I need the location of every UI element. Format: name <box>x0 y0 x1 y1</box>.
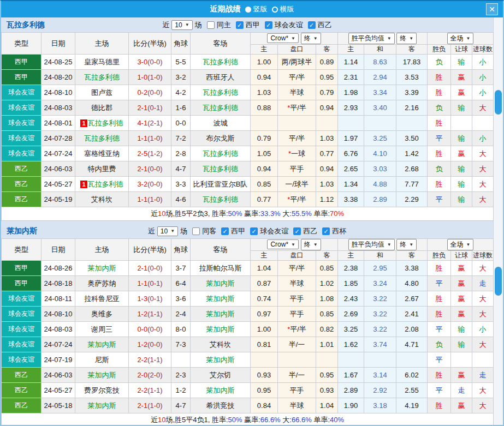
odds-source-select[interactable]: Crow*▼ <box>267 33 299 43</box>
league-checkbox-label[interactable]: 西甲 <box>231 226 245 236</box>
league-badge: 西乙 <box>2 192 41 207</box>
league-checkbox-label[interactable]: 西乙 <box>303 226 317 236</box>
home-team: 瓦拉多利德 <box>75 70 129 85</box>
result-outcome: 平 <box>428 352 451 368</box>
home-odds: 0.88 <box>251 100 278 116</box>
league-checkbox-label[interactable]: 球会友谊 <box>260 226 288 236</box>
home-team: 1瓦拉多利德 <box>75 177 129 192</box>
avg-draw-odds: 3.34 <box>364 85 396 100</box>
avg-home-odds: 1.67 <box>338 368 364 383</box>
away-team-name: 瓦拉多利德 <box>203 88 238 97</box>
same-venue-checkbox-label[interactable]: 同客 <box>202 226 216 236</box>
chevron-down-icon: ▼ <box>387 36 392 41</box>
vertical-layout-radio[interactable] <box>245 7 251 13</box>
league-checkbox[interactable]: ✓ <box>322 227 330 235</box>
avg-home-odds: 1.85 <box>338 276 364 291</box>
fulltime-score: 1-1 <box>137 195 147 203</box>
result-goals: 大 <box>472 261 494 276</box>
away-odds: 1.12 <box>316 192 338 207</box>
match-score: 4-1(2-1) <box>129 116 171 131</box>
result-outcome: 平 <box>428 383 451 398</box>
avg-home-odds: 2.65 <box>338 161 364 177</box>
corner-count: 3-6 <box>171 291 191 307</box>
result-goals: 小 <box>472 322 494 337</box>
result-handicap <box>451 116 472 131</box>
result-outcome: 胜 <box>428 146 451 161</box>
home-team-name: 奥维多 <box>91 310 112 318</box>
match-date: 24-08-26 <box>41 261 75 276</box>
vertical-layout-label[interactable]: 竖版 <box>253 4 268 14</box>
odds-group-header: Crow*▼ 终▼ <box>251 239 338 251</box>
league-checkbox[interactable]: ✓ <box>293 227 301 235</box>
league-badge: 球会友谊 <box>2 131 41 146</box>
scope-select[interactable]: 全场▼ <box>447 33 474 44</box>
scope-select[interactable]: 全场▼ <box>447 239 474 250</box>
away-team: 希洪竞技 <box>191 398 251 413</box>
horizontal-layout-radio[interactable] <box>272 7 278 13</box>
league-checkbox[interactable]: ✓ <box>265 21 272 29</box>
match-count-select[interactable]: 10▼ <box>157 226 178 236</box>
league-checkbox-label[interactable]: 西杯 <box>332 226 346 236</box>
chevron-down-icon: ▼ <box>185 22 189 27</box>
away-odds: 1.02 <box>316 276 338 291</box>
sub-header-goals-result: 进球数 <box>472 251 494 261</box>
odds-final-select[interactable]: 终▼ <box>301 239 321 250</box>
away-team-name: 莱加内斯 <box>206 295 235 303</box>
result-handicap <box>451 352 472 368</box>
close-icon[interactable]: ✕ <box>486 3 498 15</box>
odds-source-select[interactable]: Crow*▼ <box>267 239 299 249</box>
handicap-text: 平/半 <box>290 195 306 203</box>
col-header-away: 客场 <box>191 239 251 261</box>
result-goals <box>472 116 494 131</box>
league-checkbox-label[interactable]: 西甲 <box>246 20 260 30</box>
same-venue-checkbox[interactable] <box>192 227 200 235</box>
corner-count: 2-8 <box>171 146 191 161</box>
summary-segment: 66.6% <box>260 416 281 424</box>
scrollbar[interactable] <box>493 17 503 426</box>
avg-odds-select[interactable]: 胜平负均值▼ <box>348 239 395 250</box>
avg-away-odds: 2.16 <box>396 100 428 116</box>
away-team: 莱加内斯 <box>191 383 251 398</box>
match-date: 24-06-03 <box>41 161 75 177</box>
league-checkbox-label[interactable]: 西乙 <box>318 20 332 30</box>
same-venue-checkbox[interactable] <box>207 21 215 29</box>
avg-final-select[interactable]: 终▼ <box>396 239 417 250</box>
handicap-line: *平/半 <box>278 322 316 337</box>
home-odds: 0.97 <box>251 307 278 322</box>
avg-away-odds <box>396 116 428 131</box>
league-badge: 西甲 <box>2 55 41 70</box>
avg-odds-select[interactable]: 胜平负均值▼ <box>348 33 395 44</box>
home-odds: 0.85 <box>251 177 278 192</box>
league-checkbox[interactable]: ✓ <box>221 227 229 235</box>
home-odds: 0.87 <box>251 276 278 291</box>
league-checkbox-label[interactable]: 球会友谊 <box>275 20 303 30</box>
handicap-text: 平/半 <box>289 73 305 81</box>
scrollbar-thumb[interactable] <box>495 267 502 296</box>
avg-final-value: 终 <box>400 240 406 249</box>
avg-draw-odds: 3.22 <box>364 307 396 322</box>
match-count-select[interactable]: 10▼ <box>171 20 192 30</box>
home-team: 特内里费 <box>75 161 129 177</box>
fulltime-score: 2-1 <box>137 401 147 410</box>
match-score: 1-1(1-0) <box>129 131 171 146</box>
result-handicap: 赢 <box>451 368 472 383</box>
league-checkbox[interactable]: ✓ <box>308 21 316 29</box>
avg-away-odds: 2.08 <box>396 322 428 337</box>
avg-final-select[interactable]: 终▼ <box>396 33 417 44</box>
fulltime-score: 0-0 <box>137 325 147 333</box>
halftime-score: (1-0) <box>147 134 162 142</box>
match-date: 24-05-27 <box>41 383 75 398</box>
home-team-name: 费罗尔竞技 <box>84 386 120 394</box>
scrollbar-thumb[interactable] <box>495 90 502 115</box>
same-venue-checkbox-label[interactable]: 同主 <box>217 20 231 30</box>
avg-home-odds: 1.34 <box>338 177 364 192</box>
league-checkbox[interactable]: ✓ <box>250 227 258 235</box>
summary-text: 近10场,胜5平4负1, 胜率:50% 赢率:66.6% 大:66.6% 单率:… <box>2 413 494 426</box>
avg-draw-odds <box>364 352 396 368</box>
avg-draw-odds: 3.22 <box>364 322 396 337</box>
horizontal-layout-label[interactable]: 横版 <box>280 4 294 14</box>
avg-away-odds: 2.55 <box>396 383 428 398</box>
avg-home-odds: 2.89 <box>338 383 364 398</box>
league-checkbox[interactable]: ✓ <box>236 21 244 29</box>
odds-final-select[interactable]: 终▼ <box>301 33 321 44</box>
